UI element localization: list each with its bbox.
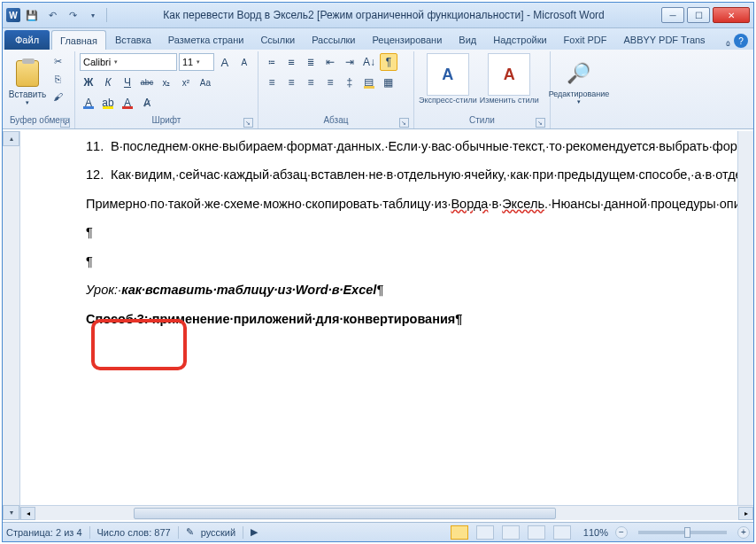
binoculars-icon: 🔎 [565,59,593,88]
view-print-button[interactable] [451,525,468,540]
view-outline-button[interactable] [528,525,545,540]
wavy-word: Ворда [451,197,488,211]
list-item-text: В·последнем·окне·выбираем·формат·данных.… [111,136,753,156]
sort-button[interactable]: A↓ [360,53,378,71]
font-color-button[interactable]: A [119,94,136,112]
window-controls: ─ ☐ ✕ [659,7,750,23]
save-icon[interactable]: 💾 [23,6,41,24]
empty-paragraph: ¶ [86,252,714,271]
shrink-font-button[interactable]: A [235,53,253,71]
view-web-button[interactable] [502,525,520,540]
paragraph-text: Примерно·по·такой·же·схеме·можно·скопиро… [86,194,714,214]
zoom-slider-thumb[interactable] [684,527,690,538]
list-number: 11. [86,136,111,165]
zoom-level[interactable]: 110% [583,527,608,538]
close-button[interactable]: ✕ [713,7,750,23]
format-painter-icon[interactable]: 🖌 [50,89,66,105]
word-count[interactable]: Число слов: 877 [97,527,171,538]
zoom-in-button[interactable]: + [737,526,750,539]
subscript-button[interactable]: x₂ [158,74,175,91]
document-viewport[interactable]: 11.В·последнем·окне·выбираем·формат·данн… [20,131,753,520]
decrease-indent-button[interactable]: ⇤ [321,53,339,71]
redo-icon[interactable]: ↷ [64,6,81,24]
scrollbar-track[interactable] [35,507,738,520]
show-marks-button[interactable]: ¶ [380,53,397,71]
tab-addins[interactable]: Надстройки [485,30,554,50]
macro-icon[interactable]: ▶ [251,526,258,538]
cut-icon[interactable]: ✂ [50,53,66,69]
tab-view[interactable]: Вид [451,30,484,50]
change-styles-button[interactable]: A [488,53,530,96]
document-page[interactable]: 11.В·последнем·окне·выбираем·формат·данн… [20,131,753,329]
justify-button[interactable]: ≡ [321,74,339,91]
clear-format-button[interactable]: A̷ [138,94,156,112]
font-launcher-icon[interactable]: ↘ [243,118,253,128]
clipboard-launcher-icon[interactable]: ↘ [60,118,70,128]
help-icon[interactable]: ? [734,34,748,48]
tab-mailings[interactable]: Рассылки [304,30,363,50]
group-paragraph: ≔ ≡ ≣ ⇤ ⇥ A↓ ¶ ≡ ≡ ≡ ≡ ‡ ▤ ▦ А [258,51,414,128]
word-app-icon[interactable]: W [6,8,20,22]
tab-review[interactable]: Рецензировани [365,30,451,50]
bullets-button[interactable]: ≔ [263,53,281,71]
scrollbar-thumb[interactable] [134,508,555,519]
document-area: ▴ ▾ 11.В·последнем·окне·выбираем·формат·… [3,131,753,520]
borders-button[interactable]: ▦ [380,74,397,91]
horizontal-scrollbar[interactable]: ◂ ▸ [20,505,753,520]
tab-references[interactable]: Ссылки [252,30,303,50]
view-draft-button[interactable] [553,525,571,540]
tab-abbyy[interactable]: ABBYY PDF Trans [616,30,714,50]
vertical-ruler[interactable]: ▴ ▾ [3,131,20,520]
proofing-icon[interactable]: ✎ [186,526,194,538]
find-button[interactable]: 🔎 Редактирование ▾ [555,53,603,112]
scroll-right-icon[interactable]: ▸ [738,507,753,520]
case-button[interactable]: Aa [197,74,214,91]
zoom-slider[interactable] [638,531,727,534]
styles-launcher-icon[interactable]: ↘ [536,118,545,128]
multilevel-button[interactable]: ≣ [302,53,320,71]
bold-button[interactable]: Ж [80,74,97,91]
ribbon-minimize-icon[interactable]: ۵ [726,39,730,48]
superscript-button[interactable]: x² [177,74,195,91]
tab-foxit[interactable]: Foxit PDF [556,30,615,50]
font-size-combo[interactable]: 11▾ [179,53,214,71]
list-item-text: Как·видим,·сейчас·каждый·абзац·вставлен·… [111,165,753,184]
increase-indent-button[interactable]: ⇥ [341,53,359,71]
paste-button[interactable]: Вставить ▾ [10,53,45,112]
align-center-button[interactable]: ≡ [282,74,300,91]
scroll-down-icon[interactable]: ▾ [3,505,19,520]
maximize-button[interactable]: ☐ [687,7,710,23]
tab-home[interactable]: Главная [51,30,106,50]
status-bar: Страница: 2 из 4 Число слов: 877 ✎ русск… [3,522,753,541]
quick-styles-button[interactable]: A [427,53,469,96]
numbering-button[interactable]: ≡ [282,53,300,71]
tab-layout[interactable]: Разметка страни [160,30,252,50]
scroll-up-icon[interactable]: ▴ [3,131,19,146]
shading-button[interactable]: ▤ [360,74,378,91]
font-name-combo[interactable]: Calibri▾ [80,53,177,71]
qat-more-icon[interactable]: ▾ [84,6,102,24]
app-window: W 💾 ↶ ↷ ▾ Как перевести Ворд в Эксель2 [… [2,2,754,542]
clipboard-icon [16,60,39,87]
strike-button[interactable]: abc [138,74,156,91]
minimize-button[interactable]: ─ [661,7,684,23]
file-tab[interactable]: Файл [4,30,50,50]
para-launcher-icon[interactable]: ↘ [399,118,409,128]
view-read-button[interactable] [476,525,494,540]
page-indicator[interactable]: Страница: 2 из 4 [6,527,82,538]
tab-insert[interactable]: Вставка [107,30,159,50]
italic-button[interactable]: К [99,74,117,91]
highlight-button[interactable]: ab [99,94,117,112]
grow-font-button[interactable]: A [216,53,234,71]
group-clipboard: Вставить ▾ ✂ ⎘ 🖌 Буфер обмена↘ [5,51,75,128]
underline-button[interactable]: Ч [119,74,136,91]
text-effects-button[interactable]: A [80,94,97,112]
language-indicator[interactable]: русский [201,527,235,538]
align-left-button[interactable]: ≡ [263,74,281,91]
copy-icon[interactable]: ⎘ [50,71,66,87]
scroll-left-icon[interactable]: ◂ [20,507,35,520]
zoom-out-button[interactable]: − [615,526,628,539]
line-spacing-button[interactable]: ‡ [341,74,359,91]
undo-icon[interactable]: ↶ [43,6,61,24]
align-right-button[interactable]: ≡ [302,74,320,91]
